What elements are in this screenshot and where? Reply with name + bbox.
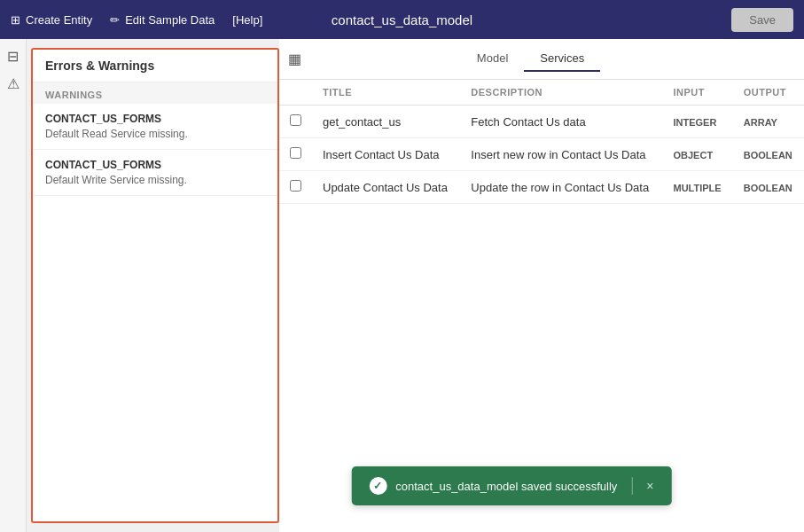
col-title: TITLE bbox=[312, 80, 460, 106]
tab-services[interactable]: Services bbox=[524, 46, 600, 72]
warning-item-1: CONTACT_US_FORMS Default Read Service mi… bbox=[33, 104, 277, 150]
warning-entity-1: CONTACT_US_FORMS bbox=[45, 113, 265, 125]
content-top: ▦ Model Services bbox=[279, 39, 804, 80]
row-input-2: OBJECT bbox=[673, 150, 713, 160]
main-layout: ⊟ ⚠ Errors & Warnings WARNINGS CONTACT_U… bbox=[0, 39, 804, 532]
row-checkbox-2[interactable] bbox=[290, 147, 301, 159]
content-area: ▦ Model Services TITL bbox=[279, 39, 804, 532]
errors-header: Errors & Warnings bbox=[33, 50, 277, 82]
save-button[interactable]: Save bbox=[731, 8, 793, 32]
page-title: contact_us_data_model bbox=[332, 12, 472, 27]
toolbar: ⊞ Create Entity ✏ Edit Sample Data [Help… bbox=[0, 0, 804, 39]
help-button[interactable]: [Help] bbox=[232, 13, 262, 27]
content-wrapper: Errors & Warnings WARNINGS CONTACT_US_FO… bbox=[27, 39, 804, 532]
toast-notification: ✓ contact_us_data_model saved successful… bbox=[351, 466, 671, 505]
row-output-3: BOOLEAN bbox=[744, 183, 792, 193]
tab-model[interactable]: Model bbox=[461, 46, 524, 72]
col-checkbox bbox=[279, 80, 312, 106]
table-row: Insert Contact Us Data Insert new row in… bbox=[279, 138, 804, 171]
row-title-3: Update Contact Us Data bbox=[312, 171, 460, 204]
tabs: Model Services bbox=[461, 46, 600, 72]
row-input-3: MULTIPLE bbox=[673, 183, 721, 193]
row-title-1: get_contact_us bbox=[312, 106, 460, 138]
services-table: TITLE DESCRIPTION INPUT OUTPUT get_conta… bbox=[279, 80, 804, 532]
create-entity-icon: ⊞ bbox=[11, 13, 20, 27]
create-entity-label: Create Entity bbox=[26, 13, 92, 27]
warning-icon[interactable]: ⚠ bbox=[7, 75, 20, 92]
left-sidebar: ⊟ ⚠ bbox=[0, 39, 27, 532]
col-output: OUTPUT bbox=[733, 80, 804, 106]
row-checkbox-1[interactable] bbox=[290, 114, 301, 126]
layers-icon[interactable]: ⊟ bbox=[7, 48, 19, 65]
edit-sample-label: Edit Sample Data bbox=[125, 13, 215, 27]
row-desc-3: Update the row in Contact Us Data bbox=[460, 171, 662, 204]
table-row: Update Contact Us Data Update the row in… bbox=[279, 171, 804, 204]
row-output-1: ARRAY bbox=[744, 117, 777, 128]
col-input: INPUT bbox=[662, 80, 732, 106]
row-desc-1: Fetch Contact Us data bbox=[460, 106, 662, 138]
row-input-1: INTEGER bbox=[673, 117, 716, 128]
row-checkbox-3[interactable] bbox=[290, 180, 301, 192]
row-desc-2: Insert new row in Contact Us Data bbox=[460, 138, 662, 171]
toast-close-button[interactable]: × bbox=[646, 479, 653, 493]
grid-icon[interactable]: ▦ bbox=[288, 51, 301, 67]
warnings-section-label: WARNINGS bbox=[33, 82, 277, 104]
warning-message-1: Default Read Service missing. bbox=[45, 128, 265, 140]
table-row: get_contact_us Fetch Contact Us data INT… bbox=[279, 106, 804, 138]
col-description: DESCRIPTION bbox=[460, 80, 662, 106]
row-output-2: BOOLEAN bbox=[744, 150, 792, 160]
warning-entity-2: CONTACT_US_FORMS bbox=[45, 159, 265, 171]
toast-message: contact_us_data_model saved successfully bbox=[395, 480, 617, 493]
edit-sample-icon: ✏ bbox=[110, 13, 120, 27]
toolbar-left: ⊞ Create Entity ✏ Edit Sample Data [Help… bbox=[11, 13, 262, 27]
toolbar-right: Save bbox=[731, 8, 793, 32]
warning-item-2: CONTACT_US_FORMS Default Write Service m… bbox=[33, 150, 277, 196]
toast-divider bbox=[631, 477, 632, 495]
toast-check-icon: ✓ bbox=[369, 477, 386, 495]
create-entity-button[interactable]: ⊞ Create Entity bbox=[11, 13, 92, 27]
errors-panel: Errors & Warnings WARNINGS CONTACT_US_FO… bbox=[31, 48, 279, 523]
help-label: [Help] bbox=[232, 13, 262, 27]
row-title-2: Insert Contact Us Data bbox=[312, 138, 460, 171]
warning-message-2: Default Write Service missing. bbox=[45, 174, 265, 186]
edit-sample-button[interactable]: ✏ Edit Sample Data bbox=[110, 13, 215, 27]
